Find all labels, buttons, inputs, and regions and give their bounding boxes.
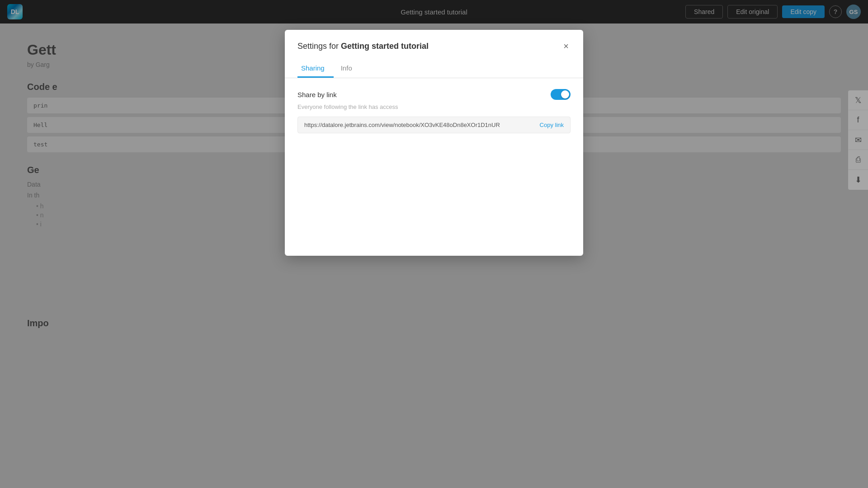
modal-body: Share by link Everyone following the lin… [285, 78, 583, 144]
modal-tabs: Sharing Info [285, 60, 583, 78]
tab-info[interactable]: Info [337, 60, 361, 78]
toggle-knob [561, 90, 569, 99]
tab-sharing[interactable]: Sharing [297, 60, 334, 78]
share-by-link-row: Share by link [297, 89, 571, 100]
link-box: https://datalore.jetbrains.com/view/note… [297, 117, 571, 133]
share-description: Everyone following the link has access [297, 103, 571, 110]
copy-link-button[interactable]: Copy link [540, 122, 564, 128]
share-by-link-label: Share by link [297, 91, 337, 99]
modal-close-button[interactable]: × [561, 40, 571, 52]
modal-title-name: Getting started tutorial [341, 42, 429, 51]
share-toggle[interactable] [551, 89, 571, 100]
modal-title: Settings for Getting started tutorial [297, 42, 429, 51]
link-url: https://datalore.jetbrains.com/view/note… [304, 122, 535, 128]
modal-header: Settings for Getting started tutorial × [285, 30, 583, 52]
modal-overlay: Settings for Getting started tutorial × … [0, 0, 868, 488]
settings-modal: Settings for Getting started tutorial × … [285, 30, 583, 256]
